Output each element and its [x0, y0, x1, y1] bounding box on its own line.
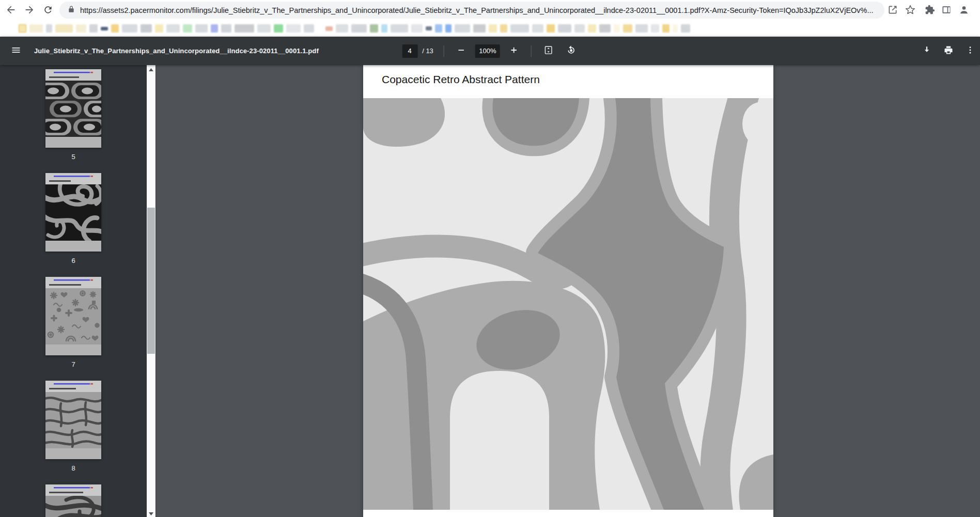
menu-button[interactable]	[9, 44, 23, 58]
share-icon	[888, 5, 898, 17]
retro-abstract-pattern-image	[363, 98, 773, 510]
lock-icon	[68, 6, 75, 15]
profile-icon	[958, 4, 970, 17]
bookmarks-bar	[0, 20, 980, 37]
scroll-down-icon	[149, 509, 153, 517]
url-address-bar[interactable]: https://assets2.pacermonitor.com/filings…	[59, 2, 884, 19]
download-icon	[922, 45, 932, 57]
browser-toolbar: https://assets2.pacermonitor.com/filings…	[0, 0, 980, 20]
thumbnail-page-8[interactable]	[45, 381, 101, 459]
side-panel-button[interactable]	[939, 3, 954, 18]
back-button[interactable]	[3, 3, 19, 18]
thumbnail-page-7-label: 7	[45, 361, 101, 370]
profile-button[interactable]	[956, 3, 972, 18]
toolbar-divider	[444, 45, 444, 57]
print-button[interactable]	[942, 44, 955, 58]
scroll-down-button[interactable]	[147, 509, 155, 517]
scrollbar-thumb[interactable]	[147, 208, 155, 354]
rotate-icon	[566, 45, 577, 57]
forward-button[interactable]	[22, 3, 37, 18]
zoom-in-button[interactable]	[507, 44, 521, 58]
toolbar-divider	[531, 45, 532, 57]
thumbnail-page-8-label: 8	[45, 464, 101, 474]
back-icon	[5, 4, 17, 17]
extensions-button[interactable]	[922, 3, 938, 18]
scroll-up-icon	[149, 65, 153, 73]
zoom-out-button[interactable]	[455, 44, 468, 58]
fit-page-button[interactable]	[542, 44, 555, 58]
thumbnail-page-6-label: 6	[45, 257, 101, 266]
download-button[interactable]	[920, 44, 934, 58]
fit-page-icon	[543, 45, 554, 57]
page-title: Copacetic Retro Abstract Pattern	[382, 73, 540, 86]
pdf-page: Copacetic Retro Abstract Pattern	[363, 65, 773, 517]
share-button[interactable]	[885, 3, 900, 18]
more-icon	[966, 45, 975, 56]
page-count-label: / 13	[422, 47, 433, 55]
menu-icon	[11, 45, 21, 57]
thumbnail-page-6-image	[45, 173, 101, 252]
more-options-button[interactable]	[963, 44, 977, 58]
side-panel-icon	[941, 5, 952, 17]
thumbnail-page-6[interactable]	[45, 173, 101, 252]
thumbnail-page-8-image	[45, 381, 101, 459]
page-number-input[interactable]	[402, 44, 417, 58]
sidebar-scrollbar[interactable]	[147, 65, 155, 517]
zoom-out-icon	[457, 45, 466, 56]
thumbnail-sidebar: 5 6	[0, 65, 156, 517]
zoom-in-icon	[509, 45, 519, 56]
print-icon	[943, 45, 954, 57]
thumbnail-page-5-label: 5	[45, 153, 101, 162]
thumbnail-page-7[interactable]	[45, 277, 101, 355]
rotate-button[interactable]	[565, 44, 578, 58]
zoom-level-display: 100%	[475, 44, 500, 58]
thumbnail-page-7-image	[45, 277, 101, 355]
url-text: https://assets2.pacermonitor.com/filings…	[80, 6, 874, 14]
extensions-icon	[925, 5, 935, 17]
reload-button[interactable]	[40, 3, 56, 18]
blurred-bookmarks	[19, 23, 690, 34]
thumbnail-page-9[interactable]	[45, 484, 101, 517]
scroll-up-button[interactable]	[147, 65, 155, 73]
pdf-filename: Julie_Stiebritz_v_The_Partnerships_and_U…	[34, 47, 319, 55]
reload-icon	[43, 5, 53, 17]
thumbnail-page-9-image	[45, 484, 101, 517]
pdf-toolbar: Julie_Stiebritz_v_The_Partnerships_and_U…	[0, 37, 980, 65]
forward-icon	[24, 4, 35, 17]
star-icon	[905, 5, 915, 17]
bookmark-star-button[interactable]	[903, 3, 918, 18]
thumbnail-page-5-image	[45, 69, 101, 148]
thumbnail-page-5[interactable]	[45, 69, 101, 148]
